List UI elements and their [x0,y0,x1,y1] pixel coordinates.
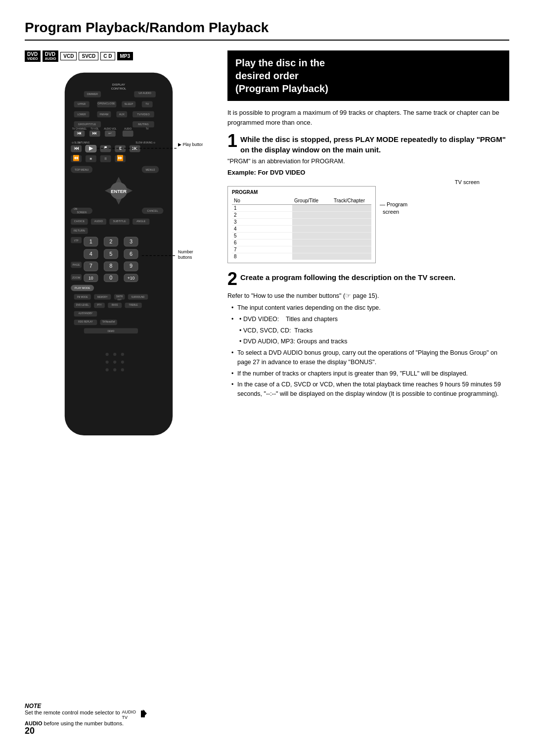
table-row: 1 [232,205,371,212]
bullet-item: The input content varies depending on th… [231,303,509,313]
svg-text:GROUP/TITLE: GROUP/TITLE [78,123,96,126]
svg-text:FM/AM: FM/AM [100,112,109,115]
step2-text: Create a program following the descripti… [240,272,455,283]
bullet-item: In the case of a CD, SVCD or VCD, when t… [231,380,509,399]
svg-rect-33 [123,130,134,136]
svg-text:TV: TV [146,128,149,130]
svg-text:MUTING: MUTING [138,123,149,126]
step1: 1 While the disc is stopped, press PLAY … [227,134,509,263]
bullet-list: The input content varies depending on th… [227,303,509,399]
example-label: Example: For DVD VIDEO [227,169,509,176]
svg-point-147 [105,360,108,363]
svg-text:1: 1 [89,238,92,244]
svg-text:RDS REPLAY: RDS REPLAY [78,321,92,323]
svg-text:3: 3 [130,238,133,244]
svg-text:PLAY MODE: PLAY MODE [75,286,90,289]
svg-text:⊙ SLOW: ⊙ SLOW [72,142,82,144]
svg-point-152 [121,368,124,371]
tv-diagram-wrapper: TV screen PROGRAM No Group/Title Track/C [227,179,509,263]
program-label: PROGRAM [232,189,371,195]
svg-point-148 [113,360,116,363]
svg-text:TV/VIDEO: TV/VIDEO [137,112,149,115]
svg-text:AUX: AUX [119,112,125,115]
svg-text:OPEN/CLOSE: OPEN/CLOSE [97,101,115,104]
tv-screen-label: TV screen [455,179,480,185]
badge-dvd-audio: DVD AUDIO [43,50,59,62]
svg-text:MEMORY: MEMORY [97,296,108,298]
bullet-item: If the number of tracks or chapters inpu… [231,369,509,378]
badge-vcd: VCD [60,52,77,60]
col-no: No [232,197,292,205]
svg-text:DVD LEVEL: DVD LEVEL [76,304,89,306]
svg-text:BASS: BASS [112,304,118,306]
svg-text:ON: ON [74,208,77,210]
badge-svcd: SVCD [79,52,98,60]
col-track: Track/Chapter [332,197,371,205]
table-row: 4 [232,226,371,233]
svg-text:CANCEL: CANCEL [147,209,158,212]
svg-text:PAGE: PAGE [73,263,80,266]
program-table: No Group/Title Track/Chapter 1 2 3 [232,197,371,260]
svg-text:■: ■ [104,145,107,150]
badge-mp3: MP3 [117,52,134,60]
svg-point-145 [113,353,116,356]
intro-text: It is possible to program a maximum of 9… [227,108,509,127]
svg-text:CHOICE: CHOICE [74,220,85,223]
page-container: Program Playback/Random Playback DVD VID… [0,0,534,756]
svg-text:9: 9 [130,263,133,269]
program-table-body: 1 2 3 4 5 6 7 8 [232,205,371,260]
main-layout: DVD VIDEO DVD AUDIO VCD SVCD C D MP3 [25,50,509,456]
program-screen-note: — Program screen [380,201,407,263]
left-column: DVD VIDEO DVD AUDIO VCD SVCD C D MP3 [25,50,213,456]
svg-text:⏭: ⏭ [132,144,137,150]
svg-text:SUBTITLE: SUBTITLE [113,220,126,223]
page-number: 20 [25,726,35,736]
section-title: Play the disc in the desired order (Prog… [235,56,501,95]
svg-text:10: 10 [89,276,93,281]
svg-text:SCREEN: SCREEN [77,211,86,213]
svg-text:TV CHANNEL: TV CHANNEL [72,128,87,130]
svg-text:ANGLE: ANGLE [136,220,146,223]
svg-text:⏮: ⏮ [77,130,82,135]
svg-text:▶ Play button: ▶ Play button [178,142,203,147]
svg-point-150 [105,368,108,371]
table-row: 5 [232,233,371,239]
svg-text:TA/NewsRef: TA/NewsRef [102,321,115,323]
svg-text:TUNING ⊙: TUNING ⊙ [144,142,155,144]
svg-text:⏩: ⏩ [117,154,124,161]
step2-header: 2 Create a program following the descrip… [227,272,509,288]
svg-text:DIMMER: DIMMER [87,93,98,95]
step1-text-container: While the disc is stopped, press PLAY MO… [240,134,509,155]
badge-dvd-video: DVD VIDEO [25,50,41,62]
sub-bullet-item: DVD VIDEO: Titles and chapters [239,315,509,324]
svg-text:FM MODE: FM MODE [77,296,88,298]
svg-text:■: ■ [89,156,92,161]
svg-text:▶: ▶ [89,144,93,150]
step1-note: "PRGM" is an abbreviation for PROGRAM. [227,158,509,165]
step2-refer: Refer to "How to use the number buttons"… [227,292,509,299]
svg-text:AUDIO: AUDIO [124,128,132,130]
program-table-container: PROGRAM No Group/Title Track/Chapter [227,186,376,263]
note-section: NOTE Set the remote control mode selecto… [25,703,213,726]
svg-text:ZOOM: ZOOM [72,276,81,279]
svg-text:CONTROL: CONTROL [111,87,127,90]
svg-text:AUDIO VOL: AUDIO VOL [104,128,117,130]
svg-text:OUT: OUT [117,298,122,301]
table-row: 8 [232,253,371,260]
note-text1: Set the remote control mode selector to [25,709,120,715]
svg-text:MENU2: MENU2 [145,168,155,171]
svg-text:ENTER: ENTER [111,189,127,194]
svg-text:⏮: ⏮ [74,144,79,150]
table-row: 7 [232,246,371,253]
svg-text:TV: TV [145,102,149,105]
remote-svg: DISPLAY CONTROL DIMMER U/I AUDIO UPPER O… [35,69,203,455]
svg-text:VTP: VTP [74,239,79,242]
svg-text:⏪: ⏪ [73,154,80,161]
svg-text:↩: ↩ [108,131,112,135]
right-column: Play the disc in the desired order (Prog… [227,50,509,456]
remote-wrapper: DISPLAY CONTROL DIMMER U/I AUDIO UPPER O… [25,69,203,456]
svg-text:DEMO: DEMO [107,330,114,332]
svg-text:II: II [104,156,106,161]
svg-text:LOWER: LOWER [78,113,87,115]
svg-text:0: 0 [109,275,112,281]
